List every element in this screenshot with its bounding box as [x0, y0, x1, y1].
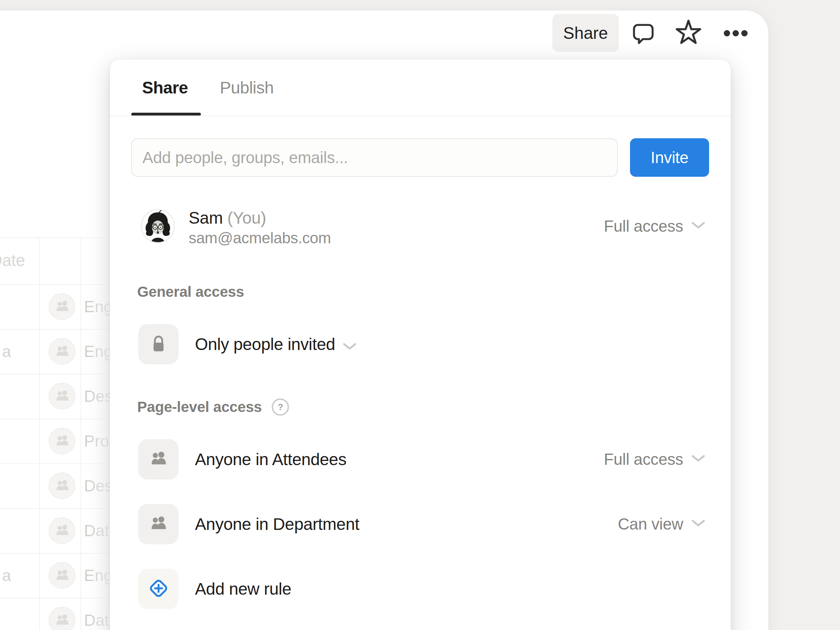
share-button[interactable]: Share	[552, 14, 619, 52]
invite-button[interactable]: Invite	[630, 138, 709, 177]
more-options-button[interactable]	[723, 30, 748, 38]
owner-info: Sam (You) sam@acmelabs.com	[189, 208, 331, 247]
department-access-dropdown[interactable]: Can view	[618, 515, 705, 533]
lock-icon	[148, 333, 169, 356]
table-cell-fragment: a	[2, 342, 11, 361]
chevron-down-icon	[343, 335, 356, 354]
people-group-icon	[147, 447, 170, 472]
dialog-tabbar: Share Publish	[110, 60, 731, 115]
table-cell-label: Eng	[84, 342, 113, 361]
add-rule-diamond-plus-icon	[145, 575, 172, 603]
owner-email: sam@acmelabs.com	[189, 229, 331, 247]
table-cell-label: Des	[84, 387, 113, 406]
rule-department-label: Anyone in Department	[195, 513, 360, 534]
attendees-access-dropdown[interactable]: Full access	[604, 450, 705, 468]
table-cell-fragment: a	[2, 566, 11, 585]
general-access-icon-box	[138, 324, 178, 364]
tab-share[interactable]: Share	[142, 60, 188, 115]
table-cell-label: Pro	[84, 431, 109, 450]
table-row: Eng	[0, 284, 122, 329]
people-group-icon	[48, 472, 76, 499]
owner-name: Sam	[189, 208, 223, 227]
table-header-date: Date	[0, 251, 25, 270]
add-people-input[interactable]	[131, 138, 618, 177]
add-rule-icon-box	[138, 569, 178, 609]
share-button-label: Share	[563, 24, 608, 43]
tab-publish[interactable]: Publish	[220, 60, 274, 115]
people-group-icon	[48, 382, 76, 410]
owner-you-suffix: (You)	[227, 208, 266, 227]
table-cell-label: Dat	[84, 611, 109, 630]
star-icon	[675, 19, 702, 47]
comments-button[interactable]	[631, 22, 655, 46]
tabbar-divider	[110, 115, 731, 116]
people-group-icon	[147, 512, 170, 537]
add-new-rule-button[interactable]: Add new rule	[195, 578, 291, 599]
people-group-icon	[48, 517, 76, 544]
comment-icon	[631, 21, 655, 47]
background-table: Date EngaEngDesProDesDataEngDat	[0, 210, 122, 630]
general-access-setting-dropdown[interactable]: Only people invited	[195, 333, 356, 355]
rule-attendees-label: Anyone in Attendees	[195, 449, 346, 470]
people-group-icon	[48, 606, 76, 630]
people-group-icon	[48, 562, 76, 589]
favorite-button[interactable]	[675, 19, 702, 47]
table-row: Des	[0, 463, 122, 508]
chevron-down-icon	[692, 455, 705, 463]
help-icon[interactable]: ?	[271, 398, 290, 417]
attendees-icon-box	[138, 439, 178, 480]
table-row: aEng	[0, 329, 122, 374]
table-row: aEng	[0, 553, 122, 598]
people-group-icon	[48, 293, 76, 320]
owner-name-line: Sam (You)	[189, 208, 331, 228]
people-group-icon	[48, 338, 76, 365]
avatar	[141, 209, 175, 243]
people-group-icon	[48, 427, 76, 455]
table-row: Pro	[0, 418, 122, 463]
chevron-down-icon	[692, 222, 705, 230]
table-cell-label: Des	[84, 476, 113, 495]
table-cell-label: Eng	[84, 297, 113, 316]
table-cell-label: Eng	[84, 566, 113, 585]
general-access-heading: General access	[137, 284, 244, 300]
share-dialog: Share Publish Invite	[110, 60, 731, 630]
table-row: Dat	[0, 598, 122, 630]
chevron-down-icon	[692, 520, 705, 528]
department-icon-box	[138, 504, 178, 544]
table-cell-label: Dat	[84, 521, 109, 540]
owner-access-dropdown[interactable]: Full access	[604, 217, 705, 235]
page-level-access-heading: Page-level access ?	[137, 398, 290, 417]
table-row-divider	[0, 237, 122, 238]
ellipsis-icon	[723, 29, 748, 38]
svg-text:?: ?	[278, 402, 283, 412]
table-row: Dat	[0, 508, 122, 553]
table-row: Des	[0, 374, 122, 418]
